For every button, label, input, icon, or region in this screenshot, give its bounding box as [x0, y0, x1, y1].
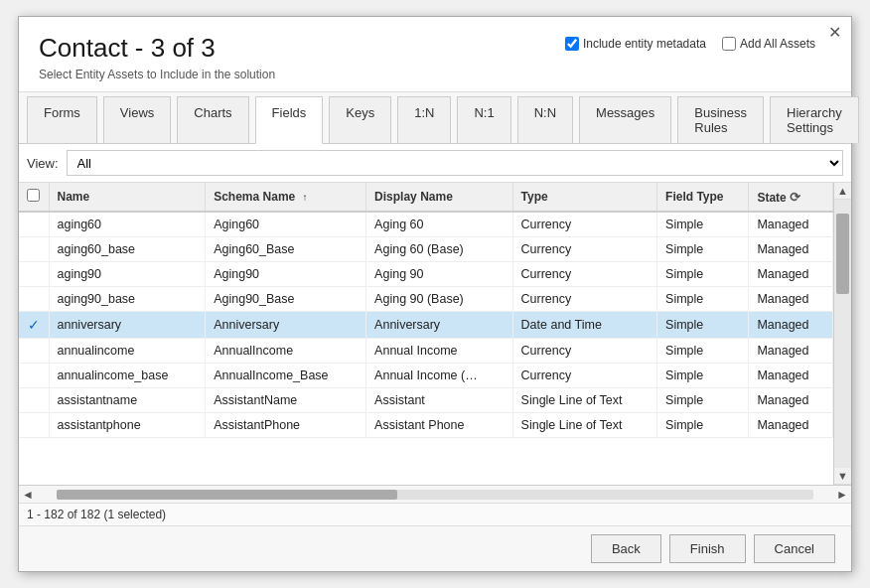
row-display-name: Anniversary [366, 312, 512, 339]
row-check-cell[interactable] [19, 237, 49, 262]
row-schema-name: Aging90 [206, 262, 366, 287]
row-schema-name: Aging90_Base [206, 287, 366, 312]
dialog-subtitle: Select Entity Assets to Include in the s… [39, 68, 831, 81]
row-field-type: Simple [657, 237, 749, 262]
col-name[interactable]: Name [49, 183, 206, 212]
scroll-up-button[interactable]: ▲ [834, 183, 851, 200]
table-row[interactable]: aging60Aging60Aging 60CurrencySimpleMana… [19, 212, 833, 237]
tab-keys[interactable]: Keys [329, 96, 391, 143]
tab-forms[interactable]: Forms [27, 96, 97, 143]
row-check-cell[interactable] [19, 339, 49, 364]
finish-button[interactable]: Finish [669, 534, 746, 563]
tab-hierarchy-settings[interactable]: Hierarchy Settings [770, 96, 859, 143]
table-row[interactable]: annualincome_baseAnnualIncome_BaseAnnual… [19, 364, 833, 388]
status-bar: 1 - 182 of 182 (1 selected) [19, 503, 851, 525]
row-field-type: Simple [657, 413, 749, 438]
row-schema-name: AnnualIncome [206, 339, 366, 364]
col-type[interactable]: Type [512, 183, 657, 212]
row-type: Currency [512, 237, 657, 262]
row-state: Managed [749, 237, 833, 262]
row-check-icon: ✓ [28, 317, 40, 333]
table-row[interactable]: aging90_baseAging90_BaseAging 90 (Base)C… [19, 287, 833, 312]
scroll-thumb[interactable] [836, 214, 849, 294]
tab-business-rules[interactable]: Business Rules [677, 96, 764, 143]
row-display-name: Aging 90 [366, 262, 512, 287]
row-name: aging90 [49, 262, 206, 287]
col-state[interactable]: State ⟳ [749, 183, 833, 212]
row-state: Managed [749, 312, 833, 339]
row-display-name: Aging 60 (Base) [366, 237, 512, 262]
close-button[interactable]: ✕ [828, 25, 841, 41]
row-name: assistantname [49, 388, 206, 413]
row-state: Managed [749, 212, 833, 237]
table-row[interactable]: assistantnameAssistantNameAssistantSingl… [19, 388, 833, 413]
row-schema-name: AnnualIncome_Base [206, 364, 366, 388]
row-schema-name: Anniversary [206, 312, 366, 339]
include-metadata-checkbox[interactable] [565, 37, 579, 51]
row-schema-name: AssistantPhone [206, 413, 366, 438]
row-field-type: Simple [657, 212, 749, 237]
row-display-name: Annual Income (… [366, 364, 512, 388]
row-check-cell[interactable] [19, 262, 49, 287]
scroll-track [834, 200, 851, 468]
row-check-cell[interactable] [19, 413, 49, 438]
row-check-cell[interactable] [19, 287, 49, 312]
scroll-down-button[interactable]: ▼ [834, 468, 851, 485]
add-all-assets-label[interactable]: Add All Assets [722, 37, 815, 51]
scroll-left-button[interactable]: ◄ [19, 488, 37, 502]
table-inner[interactable]: Name Schema Name ↑ Display Name Type Fie… [19, 183, 833, 485]
col-field-type[interactable]: Field Type [657, 183, 749, 212]
row-check-cell[interactable] [19, 388, 49, 413]
table-row[interactable]: assistantphoneAssistantPhoneAssistant Ph… [19, 413, 833, 438]
refresh-icon[interactable]: ⟳ [790, 190, 800, 205]
row-check-cell[interactable] [19, 212, 49, 237]
h-scroll-thumb[interactable] [57, 490, 397, 500]
row-state: Managed [749, 364, 833, 388]
main-content: Name Schema Name ↑ Display Name Type Fie… [19, 183, 851, 525]
table-row[interactable]: annualincomeAnnualIncomeAnnual IncomeCur… [19, 339, 833, 364]
view-select[interactable]: All [67, 150, 843, 176]
row-field-type: Simple [657, 312, 749, 339]
row-type: Currency [512, 212, 657, 237]
sort-arrow-icon: ↑ [303, 192, 308, 203]
tab-fields[interactable]: Fields [255, 96, 324, 144]
table-row[interactable]: aging60_baseAging60_BaseAging 60 (Base)C… [19, 237, 833, 262]
row-type: Date and Time [512, 312, 657, 339]
include-metadata-label[interactable]: Include entity metadata [565, 37, 706, 51]
view-label: View: [27, 156, 59, 171]
col-schema-name[interactable]: Schema Name ↑ [206, 183, 366, 212]
row-name: anniversary [49, 312, 206, 339]
select-all-checkbox[interactable] [27, 189, 40, 202]
table-row[interactable]: aging90Aging90Aging 90CurrencySimpleMana… [19, 262, 833, 287]
tab-n-n[interactable]: N:N [517, 96, 573, 143]
col-check[interactable] [19, 183, 49, 212]
cancel-button[interactable]: Cancel [754, 534, 835, 563]
row-state: Managed [749, 262, 833, 287]
row-name: assistantphone [49, 413, 206, 438]
row-name: annualincome_base [49, 364, 206, 388]
col-display-name[interactable]: Display Name [366, 183, 512, 212]
row-schema-name: Aging60_Base [206, 237, 366, 262]
tab-1-n[interactable]: 1:N [397, 96, 451, 143]
vertical-scrollbar[interactable]: ▲ ▼ [833, 183, 851, 485]
tab-views[interactable]: Views [103, 96, 171, 143]
row-state: Managed [749, 339, 833, 364]
row-name: aging60 [49, 212, 206, 237]
table-body: aging60Aging60Aging 60CurrencySimpleMana… [19, 212, 833, 438]
row-state: Managed [749, 388, 833, 413]
table-row[interactable]: ✓anniversaryAnniversaryAnniversaryDate a… [19, 312, 833, 339]
tab-charts[interactable]: Charts [177, 96, 248, 143]
add-all-assets-checkbox[interactable] [722, 37, 736, 51]
scroll-right-button[interactable]: ► [833, 488, 851, 502]
row-check-cell[interactable] [19, 364, 49, 388]
tab-messages[interactable]: Messages [579, 96, 671, 143]
row-name: aging60_base [49, 237, 206, 262]
horizontal-scrollbar[interactable]: ◄ ► [19, 485, 851, 503]
row-check-cell[interactable]: ✓ [19, 312, 49, 339]
row-name: annualincome [49, 339, 206, 364]
row-display-name: Annual Income [366, 339, 512, 364]
row-display-name: Assistant [366, 388, 512, 413]
tab-n-1[interactable]: N:1 [457, 96, 510, 143]
dialog-header: Contact - 3 of 3 Select Entity Assets to… [19, 17, 851, 92]
back-button[interactable]: Back [591, 534, 661, 563]
